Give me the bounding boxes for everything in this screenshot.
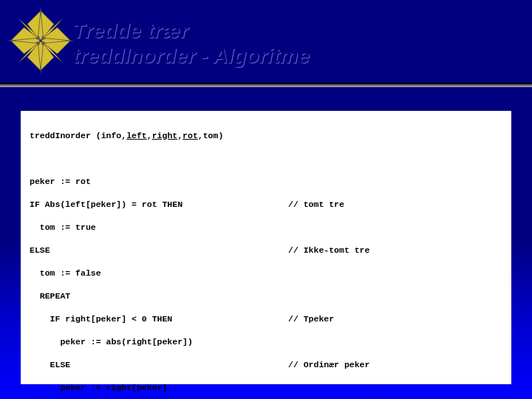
title-line-2: treddInorder - Algoritme	[72, 44, 310, 69]
code-line: peker := right[peker]	[30, 382, 502, 394]
code-box: treddInorder (info,left,right,rot,tom) p…	[21, 111, 511, 384]
comment: // tomt tre	[288, 199, 344, 211]
comment: // Tpeker	[288, 313, 334, 325]
code-line: peker := abs(right[peker])	[30, 336, 502, 348]
blank-line	[30, 153, 502, 165]
comment: // Ikke-tomt tre	[288, 245, 369, 256]
code-line: REPEAT	[30, 290, 502, 302]
code-line: ELSE// Ikke-tomt tre	[30, 245, 502, 256]
code-signature: treddInorder (info,left,right,rot,tom)	[30, 130, 502, 142]
title-line-1: Tredde trær	[72, 18, 310, 44]
comment: // Ordinær peker	[288, 359, 369, 371]
code-line: IF right[peker] < 0 THEN// Tpeker	[30, 313, 502, 325]
title-block: Tredde trær treddInorder - Algoritme	[72, 18, 310, 68]
code-line: tom := false	[30, 267, 502, 279]
code-line: ELSE// Ordinær peker	[30, 359, 502, 371]
slide-header: Tredde trær treddInorder - Algoritme	[0, 0, 532, 89]
code-line: IF Abs(left[peker]) = rot THEN// tomt tr…	[30, 199, 502, 211]
separator-bar	[0, 83, 532, 87]
starburst-icon	[7, 7, 74, 74]
code-line: peker := rot	[30, 176, 502, 188]
code-line: tom := true	[30, 222, 502, 233]
